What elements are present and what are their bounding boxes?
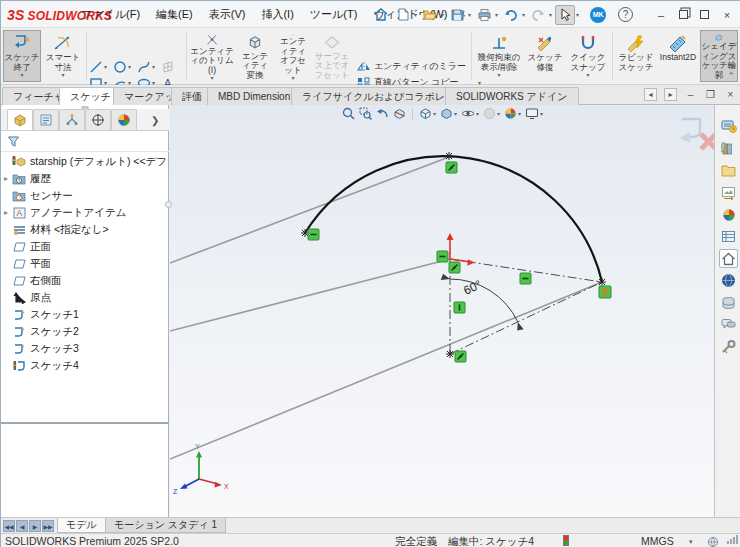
tree-splitter[interactable] [1,422,169,424]
relation-intersection-badge[interactable] [599,286,611,298]
help-icon[interactable]: ? [618,7,633,22]
save-icon[interactable] [447,5,467,25]
panel-tabs-overflow-icon[interactable]: ❯ [151,115,159,130]
select-caret-icon[interactable]: ▾ [576,11,579,18]
rapid-sketch-button[interactable]: ラピッドスケッチ [614,30,658,82]
minimize-icon[interactable]: – [655,9,667,21]
doc-restore-icon[interactable]: ❐ [704,88,717,101]
offset-entities-button[interactable]: エンティティオフセット ▾ [275,30,311,82]
model-edges[interactable] [170,157,602,459]
line-tool[interactable]: ▾ [89,59,112,74]
appearances-icon[interactable]: ▾ [483,107,500,120]
model-tab[interactable]: モデル [57,518,106,533]
display-style-icon[interactable]: ▾ [440,107,457,120]
relation-coincident-badge[interactable] [455,351,466,362]
angle-dimension[interactable]: 60° [441,274,524,332]
home-tab-icon[interactable] [719,249,738,268]
display-delete-relations-button[interactable]: 幾何拘束の表示/削除 ▾ [474,30,524,82]
expand-arrow-icon[interactable]: ▸ [1,174,11,183]
menu-tools[interactable]: ツール(T) [302,3,366,26]
smart-dimension-button[interactable]: スマート寸法 ▾ [43,30,83,82]
open-caret-icon[interactable]: ▾ [441,11,444,18]
previous-view-icon[interactable] [376,107,389,120]
tools-addins-icon[interactable] [719,337,738,356]
motion-study-tab[interactable]: モーション スタディ 1 [105,518,226,533]
quick-snaps-button[interactable]: クイックスナップ ▾ [566,30,610,82]
offset-on-surface-button[interactable]: サーフェス上でオフセット [313,30,351,82]
graphics-area[interactable]: 60° [170,105,740,517]
appearances-scenes-icon[interactable] [719,205,738,224]
scene-icon[interactable]: ▾ [504,107,521,120]
tree-item-annotations[interactable]: ▸ A アノテートアイテム [1,204,169,221]
trim-entities-button[interactable]: エンティティのトリム(I) ▾ [189,30,235,82]
view-settings-icon[interactable]: ▾ [525,107,543,120]
tree-root-part[interactable]: starship (デフォルト) <<デフォルト>_表示状 [1,153,169,170]
configuration-manager-tab[interactable] [59,109,85,130]
section-view-icon[interactable] [393,107,406,120]
property-manager-tab[interactable] [33,109,59,130]
restore-icon[interactable] [679,10,688,19]
open-icon[interactable] [420,5,440,25]
3dexperience-marketplace-icon[interactable] [719,271,738,290]
exit-sketch-button[interactable]: スケッチ終了 ▾ [3,30,41,82]
previous-document-icon[interactable]: ◂ [644,88,657,101]
print-icon[interactable] [474,5,494,25]
circle-tool[interactable]: ▾ [113,59,136,74]
instant2d-button[interactable]: Instant2D [658,30,698,82]
hide-show-items-icon[interactable]: ▾ [461,107,479,120]
menu-view[interactable]: 表示(V) [201,3,254,26]
relation-horizontal-badge[interactable] [308,229,319,240]
tree-item-sketch3[interactable]: スケッチ3 [1,340,169,357]
feature-manager-tab[interactable] [7,109,33,130]
close-icon[interactable]: × [721,9,733,21]
new-file-icon[interactable] [393,5,413,25]
user-avatar[interactable]: MK [590,7,606,23]
save-caret-icon[interactable]: ▾ [468,11,471,18]
confirm-exit-sketch-icon[interactable] [680,119,700,143]
sketch-points[interactable] [301,152,606,358]
menu-edit[interactable]: 編集(E) [148,3,201,26]
units-caret-icon[interactable]: ▾ [689,538,693,546]
redo-caret-icon[interactable]: ▾ [549,11,552,18]
tree-filter[interactable] [1,132,169,152]
menu-file[interactable]: ファイル(F) [73,3,148,26]
undo-icon[interactable] [501,5,521,25]
zoom-area-icon[interactable] [359,107,372,120]
next-tab-icon[interactable]: ▶ [29,520,41,532]
relation-coincident-badge[interactable] [449,262,460,273]
tree-item-history[interactable]: ▸ 履歴 [1,170,169,187]
tree-item-sketch4-active[interactable]: スケッチ4 [1,357,169,374]
tree-item-sketch2[interactable]: スケッチ2 [1,323,169,340]
panel-splitter-handle[interactable] [165,201,172,208]
tree-item-top-plane[interactable]: 平面 [1,255,169,272]
relation-horizontal-badge[interactable] [437,251,448,262]
display-manager-tab[interactable] [111,109,137,130]
ribbon-collapse-icon[interactable]: ⌃ [727,71,735,81]
design-library-icon[interactable] [719,139,738,158]
tab-solidworks-addins[interactable]: SOLIDWORKS アドイン [445,87,579,105]
home-icon[interactable] [371,5,391,25]
redo-icon[interactable] [528,5,548,25]
view-orientation-icon[interactable]: ▾ [419,107,436,120]
tags-icon[interactable] [707,536,719,547]
repair-sketch-button[interactable]: スケッチ修復 [526,30,564,82]
undo-caret-icon[interactable]: ▾ [522,11,525,18]
units-selector[interactable]: MMGS [641,535,674,547]
menu-insert[interactable]: 挿入(I) [253,3,301,26]
view-palette-icon[interactable] [719,183,738,202]
forum-icon[interactable] [719,315,738,334]
tab-mbd-dimension[interactable]: MBD Dimension [207,87,301,105]
next-document-icon[interactable]: ▸ [664,88,677,101]
relation-horizontal-badge[interactable] [520,273,531,284]
cad-data-icon[interactable] [719,293,738,312]
new-file-caret-icon[interactable]: ▾ [414,11,417,18]
print-caret-icon[interactable]: ▾ [495,11,498,18]
doc-close-icon[interactable]: × [724,88,737,101]
spline-tool[interactable]: ▾ [137,59,160,74]
prev-tab-icon[interactable]: ◀ [16,520,28,532]
mirror-entities-button[interactable]: エンティティのミラー [357,59,469,74]
first-tab-icon[interactable]: ◀◀ [3,520,15,532]
custom-properties-icon[interactable] [719,227,738,246]
select-cursor-icon[interactable] [555,5,575,25]
tree-item-material[interactable]: 材料 <指定なし> [1,221,169,238]
